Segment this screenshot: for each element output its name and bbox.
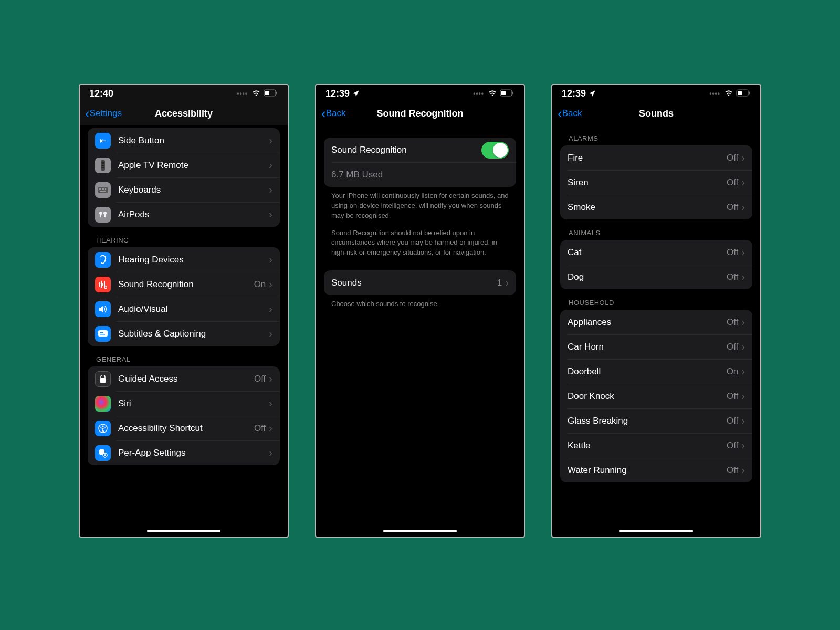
status-bar: 12:39 ••••	[316, 85, 524, 102]
row-value: Off	[727, 317, 738, 328]
svg-rect-5	[102, 165, 104, 166]
row-dog[interactable]: Dog Off ›	[560, 265, 752, 289]
chevron-right-icon: ›	[269, 134, 272, 146]
status-bar: 12:40 ••••	[80, 85, 288, 102]
footer-description-1: Your iPhone will continuously listen for…	[324, 187, 516, 221]
row-siren[interactable]: Siren Off ›	[560, 170, 752, 195]
row-value: Off	[727, 202, 738, 213]
chevron-right-icon: ›	[741, 271, 745, 283]
row-airpods[interactable]: AirPods ›	[88, 202, 280, 227]
svg-rect-7	[98, 187, 108, 193]
row-guided-access[interactable]: Guided Access Off ›	[88, 366, 280, 391]
row-accessibility-shortcut[interactable]: Accessibility Shortcut Off ›	[88, 416, 280, 440]
home-indicator[interactable]	[383, 530, 457, 532]
svg-rect-12	[105, 188, 106, 190]
chevron-left-icon: ‹	[558, 107, 562, 120]
row-water-running[interactable]: Water Running Off ›	[560, 458, 752, 482]
svg-rect-28	[501, 91, 506, 95]
row-door-knock[interactable]: Door Knock Off ›	[560, 384, 752, 408]
battery-icon	[500, 88, 514, 99]
home-indicator[interactable]	[620, 530, 693, 532]
row-smoke[interactable]: Smoke Off ›	[560, 195, 752, 219]
row-keyboards[interactable]: Keyboards ›	[88, 177, 280, 202]
row-siri[interactable]: Siri ›	[88, 391, 280, 416]
row-kettle[interactable]: Kettle Off ›	[560, 433, 752, 458]
svg-rect-17	[104, 213, 106, 217]
page-title: Sounds	[639, 108, 674, 119]
row-value: On	[727, 366, 739, 377]
status-bar: 12:39 ••••	[552, 85, 760, 102]
row-label: Accessibility Shortcut	[118, 423, 254, 434]
home-indicator[interactable]	[147, 530, 220, 532]
back-button[interactable]: ‹ Back	[321, 107, 345, 120]
chevron-left-icon: ‹	[321, 107, 326, 120]
row-glass-breaking[interactable]: Glass Breaking Off ›	[560, 408, 752, 433]
row-sound-recognition-toggle[interactable]: Sound Recognition	[324, 138, 516, 162]
row-car-horn[interactable]: Car Horn Off ›	[560, 334, 752, 359]
chevron-right-icon: ›	[505, 277, 509, 289]
row-storage-used: 6.7 MB Used	[324, 162, 516, 187]
row-sounds[interactable]: Sounds 1 ›	[324, 270, 516, 295]
row-value: Off	[727, 272, 738, 282]
row-fire[interactable]: Fire Off ›	[560, 145, 752, 170]
side-button-icon: ⇤	[95, 133, 111, 149]
row-label: Kettle	[568, 440, 727, 451]
back-label: Settings	[90, 108, 122, 119]
row-subtitles-captioning[interactable]: Subtitles & Captioning ›	[88, 321, 280, 346]
row-audio-visual[interactable]: Audio/Visual ›	[88, 297, 280, 321]
lock-icon	[95, 371, 111, 387]
footer-choose: Choose which sounds to recognise.	[324, 295, 516, 309]
page-title: Accessibility	[155, 108, 213, 119]
svg-rect-8	[99, 188, 100, 190]
row-doorbell[interactable]: Doorbell On ›	[560, 359, 752, 384]
toggle-switch[interactable]	[481, 142, 509, 159]
chevron-right-icon: ›	[741, 439, 745, 452]
back-button[interactable]: ‹ Back	[558, 107, 582, 120]
sound-recognition-icon	[95, 277, 111, 292]
chevron-right-icon: ›	[269, 447, 272, 459]
sound-recognition-screen: 12:39 •••• ‹ Back Sound Recognition Soun…	[315, 84, 525, 538]
row-appliances[interactable]: Appliances Off ›	[560, 310, 752, 334]
svg-rect-22	[100, 378, 106, 383]
section-header-alarms: ALARMS	[560, 125, 752, 145]
per-app-icon	[95, 445, 111, 461]
svg-point-4	[102, 161, 104, 164]
row-apple-tv-remote[interactable]: Apple TV Remote ›	[88, 153, 280, 177]
chevron-right-icon: ›	[269, 208, 272, 220]
row-cat[interactable]: Cat Off ›	[560, 240, 752, 265]
row-label: AirPods	[118, 209, 269, 220]
svg-point-24	[102, 425, 103, 427]
row-label: Subtitles & Captioning	[118, 329, 269, 339]
nav-bar: ‹ Back Sounds	[552, 102, 760, 125]
svg-rect-31	[738, 91, 742, 95]
row-value: Off	[727, 440, 738, 451]
row-label: Sound Recognition	[118, 279, 254, 290]
svg-rect-19	[98, 330, 108, 337]
row-label: Cat	[568, 247, 727, 258]
svg-rect-9	[100, 188, 101, 190]
row-value: Off	[254, 423, 266, 434]
row-sound-recognition[interactable]: Sound Recognition On ›	[88, 272, 280, 297]
chevron-right-icon: ›	[741, 246, 745, 258]
row-label: Fire	[568, 153, 727, 163]
row-hearing-devices[interactable]: Hearing Devices ›	[88, 247, 280, 272]
nav-bar: ‹ Settings Accessibility	[80, 102, 288, 125]
row-value: Off	[727, 153, 738, 163]
chevron-right-icon: ›	[741, 341, 745, 353]
row-value: Off	[727, 342, 738, 352]
status-time: 12:40	[89, 88, 113, 99]
row-per-app-settings[interactable]: Per-App Settings ›	[88, 440, 280, 465]
svg-rect-21	[100, 334, 105, 335]
sounds-screen: 12:39 •••• ‹ Back Sounds ALARMS Fire Off…	[551, 84, 761, 538]
page-title: Sound Recognition	[377, 108, 464, 119]
row-label: Appliances	[568, 317, 727, 328]
svg-rect-11	[103, 188, 104, 190]
svg-rect-29	[512, 91, 513, 94]
airpods-icon	[95, 207, 111, 223]
chevron-right-icon: ›	[741, 316, 745, 328]
chevron-right-icon: ›	[269, 422, 272, 434]
back-button[interactable]: ‹ Settings	[85, 107, 122, 120]
cellular-dots-icon: ••••	[709, 90, 720, 97]
row-side-button[interactable]: ⇤ Side Button ›	[88, 128, 280, 153]
chevron-right-icon: ›	[269, 159, 272, 171]
